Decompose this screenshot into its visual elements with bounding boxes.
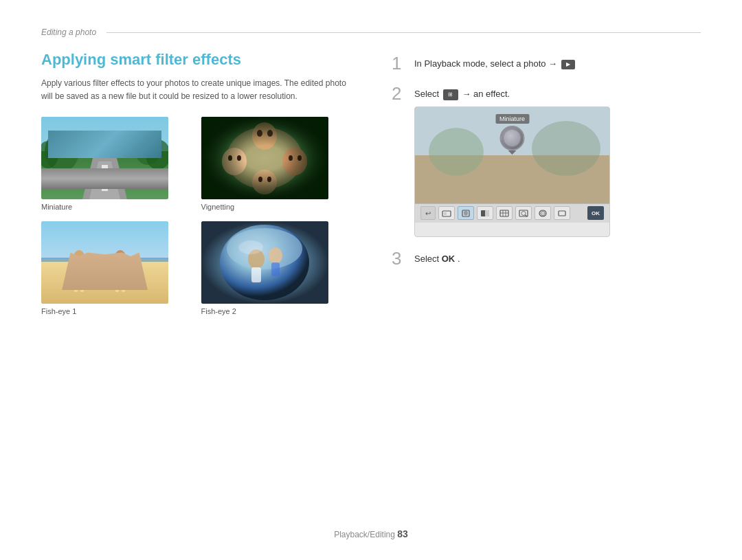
svg-point-20 <box>289 155 293 161</box>
step-3-period: . <box>458 254 460 264</box>
svg-point-18 <box>237 155 241 161</box>
svg-rect-42 <box>134 265 141 278</box>
svg-rect-34 <box>96 266 103 280</box>
svg-point-56 <box>429 128 484 176</box>
step-2-content: Select ⊞ → an effect. <box>414 85 701 237</box>
step-3: 3 Select OK . <box>392 249 701 267</box>
filter-toolbar: ↩ <box>415 203 609 223</box>
svg-rect-27 <box>41 259 168 304</box>
filter-btn-fisheye[interactable] <box>535 206 551 220</box>
svg-point-41 <box>133 256 142 266</box>
svg-point-57 <box>532 121 600 176</box>
camera-screen: Miniature <box>415 107 609 203</box>
main-content: Applying smart filter effects Apply vari… <box>41 51 701 315</box>
photo-fisheye1-image <box>41 221 168 304</box>
step-1-number: 1 <box>392 54 409 72</box>
section-title: Applying smart filter effects <box>41 51 350 69</box>
step-2-suffix-text: → an effect. <box>462 89 510 99</box>
footer-page-number: 83 <box>397 528 408 539</box>
svg-rect-32 <box>80 280 84 292</box>
photo-label-fisheye1: Fish-eye 1 <box>41 307 191 315</box>
step-2-text: Select ⊞ → an effect. <box>414 87 701 101</box>
photo-miniature-image <box>41 117 168 199</box>
filter-btn-bw[interactable] <box>477 206 493 220</box>
svg-rect-64 <box>500 210 508 216</box>
svg-rect-38 <box>116 263 124 280</box>
svg-rect-26 <box>41 221 168 259</box>
breadcrumb-divider <box>106 32 701 33</box>
tooltip-arrow <box>508 150 516 155</box>
photo-label-fisheye2: Fish-eye 2 <box>201 307 351 315</box>
ok-label: OK <box>442 254 456 264</box>
svg-rect-4 <box>102 165 108 170</box>
svg-rect-35 <box>95 279 98 289</box>
step-3-number: 3 <box>392 249 409 267</box>
svg-point-61 <box>464 210 468 215</box>
photo-item-vignetting: Vignetting <box>201 117 351 211</box>
step-1-content: In Playback mode, select a photo → ▶ <box>414 54 701 71</box>
filter-btn-landscape[interactable] <box>438 206 455 220</box>
photo-item-miniature: Miniature <box>41 117 191 211</box>
page-container: Editing a photo Applying smart filter ef… <box>0 0 742 560</box>
step-2: 2 Select ⊞ → an effect. <box>392 85 701 237</box>
step-2-number: 2 <box>392 85 409 102</box>
svg-rect-49 <box>251 267 261 282</box>
filter-btn-portrait[interactable] <box>458 206 474 220</box>
svg-point-37 <box>115 250 126 264</box>
ok-button[interactable]: OK <box>587 206 604 220</box>
step-1-text: In Playback mode, select a photo → ▶ <box>414 58 576 69</box>
right-column: 1 In Playback mode, select a photo → ▶ 2… <box>392 51 701 315</box>
photo-item-fisheye2: Fish-eye 2 <box>201 221 351 315</box>
svg-point-33 <box>95 256 104 267</box>
step-1: 1 In Playback mode, select a photo → ▶ <box>392 54 701 72</box>
svg-point-21 <box>297 155 302 161</box>
photo-grid: Miniature <box>41 117 350 315</box>
svg-point-24 <box>267 177 271 182</box>
svg-point-47 <box>227 228 302 269</box>
step-1-main-text: In Playback mode, select a photo → <box>414 58 560 69</box>
miniature-tooltip: Miniature <box>495 114 529 155</box>
svg-point-15 <box>267 130 273 137</box>
footer-text: Playback/Editing <box>334 530 397 539</box>
svg-rect-43 <box>133 277 136 287</box>
svg-point-16 <box>222 148 247 175</box>
breadcrumb-text: Editing a photo <box>41 27 96 37</box>
filter-btn-grid[interactable] <box>496 206 513 220</box>
svg-point-29 <box>74 250 85 264</box>
filter-btn-detail[interactable] <box>515 206 532 220</box>
svg-point-69 <box>521 211 526 215</box>
svg-rect-30 <box>75 263 83 280</box>
svg-rect-36 <box>101 279 104 289</box>
tooltip-label: Miniature <box>495 114 529 124</box>
tooltip-selected-icon <box>499 126 524 150</box>
filter-select-icon: ⊞ <box>443 89 458 100</box>
svg-point-52 <box>238 240 263 254</box>
step-3-text: Select OK . <box>414 254 460 264</box>
step-3-main-text: Select <box>414 254 442 264</box>
photo-vignetting-image <box>201 117 328 199</box>
svg-rect-11 <box>201 117 328 199</box>
playback-mode-icon: ▶ <box>561 60 575 69</box>
svg-rect-31 <box>74 280 78 292</box>
breadcrumb: Editing a photo <box>41 27 701 37</box>
svg-rect-44 <box>138 277 141 287</box>
svg-rect-28 <box>41 258 168 262</box>
page-footer: Playback/Editing 83 <box>0 528 742 539</box>
svg-point-17 <box>228 155 232 161</box>
back-button[interactable]: ↩ <box>420 206 436 220</box>
section-description: Apply various filter effects to your pho… <box>41 77 350 103</box>
svg-rect-39 <box>115 280 119 292</box>
svg-rect-63 <box>485 210 489 216</box>
svg-rect-75 <box>559 211 565 216</box>
svg-point-14 <box>257 130 262 137</box>
svg-point-13 <box>252 122 277 150</box>
photo-item-fisheye1: Fish-eye 1 <box>41 221 191 315</box>
svg-point-50 <box>269 247 282 264</box>
photo-label-vignetting: Vignetting <box>201 203 351 211</box>
svg-point-22 <box>252 170 277 194</box>
filter-btn-rectangle[interactable] <box>554 206 570 220</box>
photo-label-miniature: Miniature <box>41 203 191 211</box>
svg-rect-5 <box>102 175 108 181</box>
step-3-content: Select OK . <box>414 249 701 266</box>
svg-rect-40 <box>122 280 125 292</box>
